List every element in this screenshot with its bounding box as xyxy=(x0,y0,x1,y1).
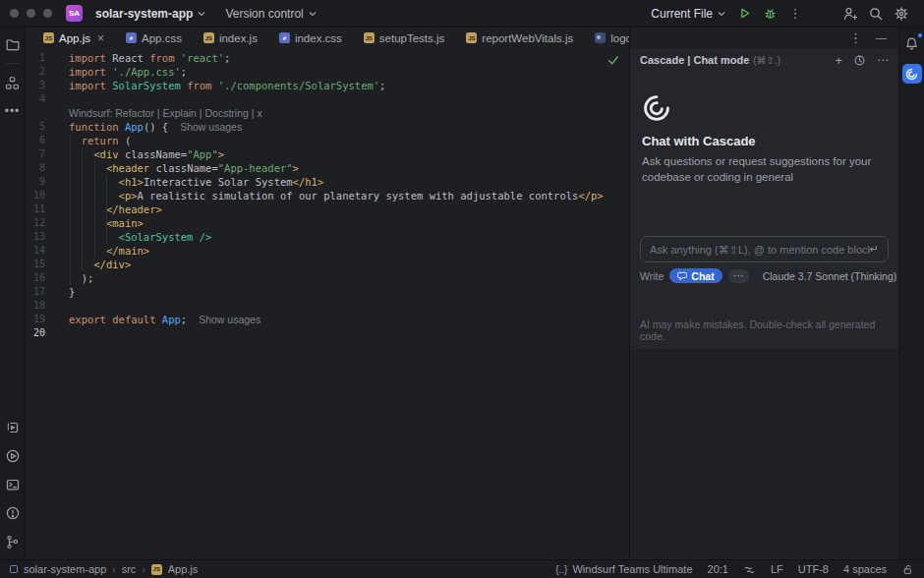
problems-tool-button[interactable] xyxy=(3,503,23,523)
status-bar: solar-system-app › src › JS App.js {..} … xyxy=(0,559,924,578)
show-usages-hint[interactable]: Show usages xyxy=(180,121,242,133)
code-text: <p>A realistic simulation of our planeta… xyxy=(69,189,604,202)
code-line[interactable]: 1import React from 'react'; xyxy=(26,51,629,65)
code-text: <div className="App"> xyxy=(69,147,224,161)
search-everywhere-button[interactable] xyxy=(863,3,889,25)
code-line[interactable]: 19export default App;Show usages xyxy=(26,313,629,326)
services-tool-button[interactable] xyxy=(3,418,23,437)
code-line[interactable]: 14 </main> xyxy=(26,244,629,258)
more-icon: ••• xyxy=(5,104,21,118)
code-line[interactable]: 4 xyxy=(26,92,629,106)
editor-tab[interactable]: # index.css xyxy=(268,28,353,48)
code-text: import SolarSystem from './components/So… xyxy=(69,79,385,92)
editor-tab[interactable]: JS index.js xyxy=(193,28,268,48)
editor-tab[interactable]: JS App.js × xyxy=(32,28,115,48)
breadcrumb-src[interactable]: src xyxy=(122,563,137,575)
indent-guide xyxy=(94,161,95,258)
editor-tab[interactable]: # App.css xyxy=(115,28,193,48)
code-line[interactable]: 10 <p>A realistic simulation of our plan… xyxy=(26,189,629,202)
more-tool-windows-button[interactable]: ••• xyxy=(3,101,23,121)
code-line[interactable]: 18 xyxy=(26,299,629,313)
mode-chat-button[interactable]: Chat xyxy=(669,268,722,283)
history-icon[interactable] xyxy=(853,54,866,67)
code-line[interactable]: 12 <main> xyxy=(26,216,629,230)
file-type-icon: # xyxy=(279,32,290,43)
panel-more-button[interactable]: ⋯ xyxy=(877,54,889,66)
code-line[interactable]: 15 </div> xyxy=(26,258,629,271)
panel-empty-area xyxy=(630,350,898,559)
windsurf-plan-widget[interactable]: {..} Windsurf Teams Ultimate xyxy=(555,563,692,575)
code-text: </header> xyxy=(69,202,162,216)
windsurf-actions-inlay[interactable]: Windsurf: Refactor | Explain | Docstring… xyxy=(69,107,262,119)
encoding-widget[interactable]: UTF-8 xyxy=(798,563,829,575)
version-control-menu[interactable]: Version control xyxy=(219,4,321,24)
code-line[interactable]: 2import './App.css'; xyxy=(26,65,629,79)
editor-tab[interactable]: JS setupTests.js xyxy=(353,28,455,48)
code-editor[interactable]: 1import React from 'react';2import './Ap… xyxy=(26,48,629,559)
code-line[interactable]: 20 xyxy=(26,326,629,340)
more-actions-button[interactable]: ⋮ xyxy=(782,3,808,25)
git-branch-icon xyxy=(5,535,20,549)
window-minimize-button[interactable] xyxy=(27,9,35,18)
window-close-button[interactable] xyxy=(10,9,19,18)
close-tab-icon[interactable]: × xyxy=(97,32,104,44)
code-line[interactable]: 7 <div className="App"> xyxy=(26,147,629,161)
structure-tool-button[interactable] xyxy=(3,73,23,92)
model-selector[interactable]: Claude 3.7 Sonnet (Thinking) xyxy=(763,270,909,282)
editor-tab[interactable]: JS reportWebVitals.js xyxy=(455,28,584,48)
code-with-me-button[interactable] xyxy=(837,3,863,25)
code-line[interactable]: 6 return ( xyxy=(26,134,629,147)
code-line[interactable]: 16 ); xyxy=(26,271,629,285)
version-control-tool-button[interactable] xyxy=(3,532,23,551)
notifications-button[interactable] xyxy=(902,33,922,53)
cascade-tool-button[interactable] xyxy=(902,64,922,84)
module-icon xyxy=(10,565,18,573)
code-inlay-row[interactable]: Windsurf: Refactor | Explain | Docstring… xyxy=(26,106,629,120)
project-selector[interactable]: solar-system-app xyxy=(89,4,211,24)
run-tool-button[interactable] xyxy=(3,446,23,466)
search-icon xyxy=(868,6,884,22)
run-button[interactable] xyxy=(731,3,757,25)
caret-position-widget[interactable]: 20:1 xyxy=(708,563,728,575)
breadcrumb-project[interactable]: solar-system-app xyxy=(24,563,106,575)
code-line[interactable]: 8 <header className="App-header"> xyxy=(26,161,629,175)
code-line[interactable]: 3import SolarSystem from './components/S… xyxy=(26,79,629,92)
code-line[interactable]: 17} xyxy=(26,285,629,299)
mode-write-button[interactable]: Write xyxy=(640,270,664,282)
inspections-status[interactable] xyxy=(607,54,619,66)
code-line[interactable]: 9 <h1>Interactive Solar System</h1> xyxy=(26,175,629,189)
squiggle-status-icon[interactable] xyxy=(743,563,756,576)
lock-open-icon[interactable] xyxy=(901,563,914,576)
line-number: 17 xyxy=(26,285,69,299)
settings-button[interactable] xyxy=(889,3,914,25)
enter-icon: ↵ xyxy=(870,243,879,256)
cascade-title: Cascade | Chat mode xyxy=(640,54,749,66)
terminal-tool-button[interactable] xyxy=(3,475,23,494)
line-separator-widget[interactable]: LF xyxy=(771,563,783,575)
breadcrumb-file[interactable]: App.js xyxy=(168,563,199,575)
show-usages-hint[interactable]: Show usages xyxy=(199,314,260,325)
code-line[interactable]: 5function App() {Show usages xyxy=(26,120,629,134)
code-line[interactable]: 11 </header> xyxy=(26,202,629,216)
line-number: 1 xyxy=(26,51,69,65)
panel-options-button[interactable]: ⋮ xyxy=(849,30,862,45)
hide-panel-button[interactable]: — xyxy=(876,32,887,43)
model-name: Claude 3.7 Sonnet (Thinking) xyxy=(763,270,897,282)
code-text: function App() {Show usages xyxy=(69,120,242,134)
mode-more-button[interactable]: ⋯ xyxy=(728,269,749,283)
file-type-icon: JS xyxy=(364,32,375,43)
debug-button[interactable] xyxy=(757,3,782,25)
code-line[interactable]: 13 <SolarSystem /> xyxy=(26,230,629,244)
window-zoom-button[interactable] xyxy=(43,9,52,18)
bug-icon xyxy=(763,6,778,21)
indent-widget[interactable]: 4 spaces xyxy=(843,563,887,575)
file-type-icon xyxy=(595,32,606,43)
window-controls xyxy=(10,9,52,18)
plan-label: Windsurf Teams Ultimate xyxy=(572,563,692,575)
run-configuration-selector[interactable]: Current File xyxy=(645,4,731,24)
project-tool-button[interactable] xyxy=(3,34,23,54)
new-chat-button[interactable]: + xyxy=(835,54,842,67)
chat-greeting-description: Ask questions or request suggestions for… xyxy=(642,154,888,185)
chat-input[interactable] xyxy=(650,244,870,256)
line-number: 14 xyxy=(26,244,69,258)
